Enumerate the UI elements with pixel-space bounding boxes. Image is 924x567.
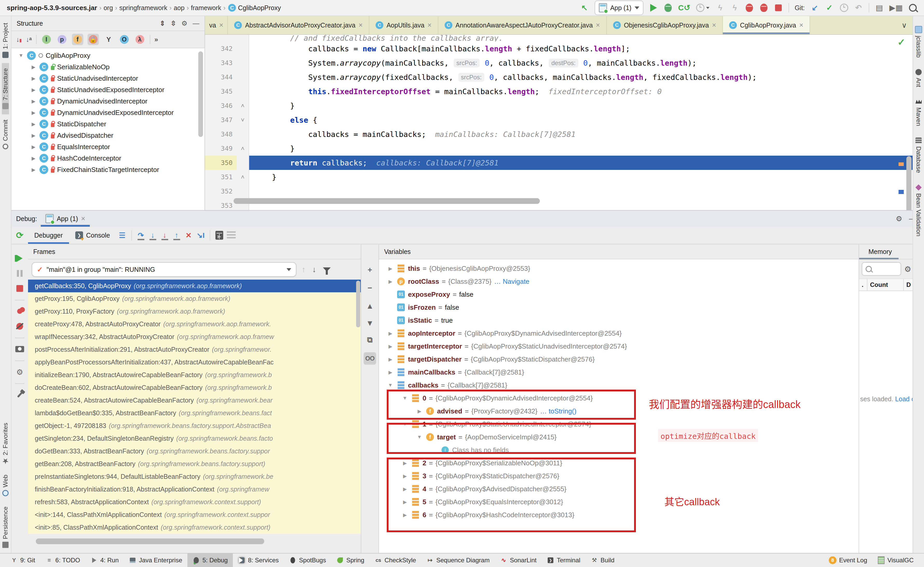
statusbar-item[interactable]: 9: Git — [5, 554, 40, 567]
tree-expand-arrow-icon[interactable] — [387, 344, 394, 350]
code-line[interactable]: 344 System.arraycopy(fixedCallbacks, src… — [205, 70, 913, 84]
tree-expand-arrow-icon[interactable] — [30, 121, 37, 127]
statusbar-item[interactable]: SonarLint — [495, 554, 542, 567]
code-line[interactable]: 342 callbacks = new Callback[mainCallbac… — [205, 42, 913, 56]
statusbar-item[interactable]: Spring — [331, 554, 370, 567]
trace-streams-icon[interactable] — [225, 229, 237, 241]
hidden-tabs-chevron-icon[interactable]: ∨ — [896, 16, 913, 34]
line-number[interactable]: 350 — [205, 156, 237, 170]
tab-console[interactable]: Console — [69, 227, 116, 244]
line-number[interactable]: 348 — [205, 127, 237, 141]
statusbar-item[interactable]: VisualGC — [872, 554, 919, 567]
stack-frame-row[interactable]: doCreateBean:602, AbstractAutowireCapabl… — [28, 381, 361, 394]
show-watches-glasses-icon[interactable]: OO — [364, 352, 376, 364]
show-fields-toggle[interactable]: f — [72, 34, 83, 45]
error-stripe-mark-orange[interactable] — [898, 162, 904, 166]
expand-all-icon[interactable]: ⇕ — [159, 20, 165, 27]
git-update-icon[interactable]: ↙ — [811, 3, 819, 13]
add-watch-icon[interactable]: + — [364, 264, 376, 276]
show-objects-toggle[interactable]: O — [119, 34, 130, 45]
line-number[interactable]: 347 — [205, 113, 237, 127]
stack-frame-row[interactable]: lambda$doGetBean$0:335, AbstractBeanFact… — [28, 407, 361, 419]
variable-row[interactable]: isFrozen = false — [379, 301, 859, 314]
breadcrumb-item[interactable]: framework — [186, 4, 221, 12]
attach-debugger-run-button[interactable] — [745, 3, 754, 13]
tool-stripe-button[interactable]: Bean Validation — [915, 179, 922, 242]
editor-tab[interactable]: CglibAopProxy.java — [723, 16, 810, 34]
code-line[interactable]: 347 ˅ else { — [205, 113, 913, 127]
sort-by-visibility-icon[interactable]: ↓▮ — [16, 36, 22, 44]
fold-marker[interactable]: ˅ — [237, 113, 249, 127]
stack-frame-row[interactable]: getBean:208, AbstractBeanFactory (org.sp… — [28, 458, 361, 470]
tool-stripe-button[interactable]: Database — [915, 132, 922, 179]
stack-frame-row[interactable]: createProxy:478, AbstractAutoProxyCreato… — [28, 318, 361, 330]
tree-expand-arrow-icon[interactable] — [387, 369, 394, 375]
tree-expand-arrow-icon[interactable] — [30, 132, 37, 138]
stack-frame-row[interactable]: wrapIfNecessary:342, AbstractAutoProxyCr… — [28, 330, 361, 343]
tree-expand-arrow-icon[interactable] — [30, 167, 37, 173]
fold-marker[interactable]: ˄ — [237, 170, 249, 184]
close-icon[interactable] — [596, 22, 600, 29]
tree-expand-arrow-icon[interactable] — [387, 266, 394, 272]
step-over-icon[interactable]: ↷ — [135, 229, 147, 241]
breadcrumb-item[interactable]: aop — [170, 4, 185, 12]
breadcrumb-class[interactable]: C CglibAopProxy — [223, 4, 281, 12]
stack-frame-row[interactable]: postProcessAfterInitialization:291, Abst… — [28, 343, 361, 356]
line-number[interactable]: 342 — [205, 42, 237, 56]
fold-marker[interactable] — [237, 184, 249, 198]
stack-frame-row[interactable]: <init>:85, ClassPathXmlApplicationContex… — [28, 521, 361, 534]
tool-stripe-button[interactable]: jclasslib — [915, 20, 922, 63]
stack-frame-row[interactable]: getSingleton:234, DefaultSingletonBeanRe… — [28, 432, 361, 445]
view-breakpoints-icon[interactable] — [15, 307, 25, 316]
memory-search-input[interactable] — [862, 262, 901, 276]
breadcrumb-item[interactable]: org — [99, 4, 113, 12]
force-step-into-icon[interactable]: ↓ — [159, 229, 171, 241]
close-icon[interactable] — [219, 22, 223, 29]
fold-marker[interactable]: ˄ — [237, 141, 249, 156]
rerun-icon[interactable]: ⟳ — [11, 230, 28, 240]
stack-frame-row[interactable]: createBean:524, AbstractAutowireCapableB… — [28, 394, 361, 407]
tree-expand-arrow-icon[interactable] — [30, 64, 37, 70]
project-structure-icon[interactable]: ▤ — [875, 3, 884, 13]
variable-row[interactable]: targetDispatcher = {CglibAopProxy$Static… — [379, 353, 859, 366]
frames-horizontal-scrollbar[interactable] — [36, 538, 264, 544]
tool-stripe-button[interactable]: Persistence — [2, 501, 9, 553]
more-options-icon[interactable]: » — [155, 36, 158, 44]
stack-frame-row[interactable]: doGetBean:333, AbstractBeanFactory (org.… — [28, 445, 361, 458]
breadcrumb-item[interactable]: springframework — [115, 4, 167, 12]
gear-icon[interactable]: ⚙ — [896, 214, 902, 223]
show-lambdas-toggle[interactable]: λ — [134, 34, 146, 45]
stack-frame-row[interactable]: <init>:144, ClassPathXmlApplicationConte… — [28, 508, 361, 521]
editor-horizontal-scrollbar[interactable] — [234, 198, 540, 204]
run-configuration-combo[interactable]: App (1) — [595, 0, 643, 15]
stop-button[interactable] — [774, 3, 783, 13]
editor-tab[interactable]: AnnotationAwareAspectJAutoProxyCreator.j… — [439, 16, 607, 34]
tree-expand-arrow-icon[interactable] — [30, 110, 37, 116]
structure-tree-item[interactable]: StaticUnadvisedInterceptor — [11, 73, 204, 84]
variable-row[interactable]: rootClass = {Class@2375} … Navigate — [379, 275, 859, 288]
inspection-ok-icon[interactable]: ✓ — [897, 37, 905, 48]
statusbar-item[interactable]: CheckStyle — [370, 554, 421, 567]
stack-frame-row[interactable]: initializeBean:1790, AbstractAutowireCap… — [28, 369, 361, 381]
structure-scrollbar[interactable] — [198, 51, 203, 137]
line-number[interactable]: 351 — [205, 170, 237, 184]
stack-frame-row[interactable]: preInstantiateSingletons:944, DefaultLis… — [28, 470, 361, 483]
tab-debugger[interactable]: Debugger — [28, 227, 69, 244]
statusbar-item[interactable]: Sequence Diagram — [421, 554, 495, 567]
layout-settings-icon[interactable]: ☰ — [116, 229, 128, 241]
editor-vertical-scrollbar[interactable] — [906, 156, 912, 211]
line-number[interactable]: 352 — [205, 184, 237, 198]
step-into-icon[interactable]: ↓ — [147, 229, 159, 241]
run-anything-window-icon[interactable]: ▶▦ — [889, 3, 903, 13]
code-line[interactable]: 352 — [205, 184, 913, 198]
gear-icon[interactable]: ⚙ — [182, 20, 188, 27]
statusbar-item[interactable]: 5: Debug — [188, 554, 233, 567]
line-number[interactable]: 344 — [205, 70, 237, 84]
stack-frame-row[interactable]: applyBeanPostProcessorsAfterInitializati… — [28, 356, 361, 369]
profiler-button[interactable] — [696, 3, 710, 13]
close-icon[interactable] — [427, 22, 432, 29]
tree-expand-arrow-icon[interactable] — [387, 382, 394, 388]
thread-combo[interactable]: ✓ "main"@1 in group "main": RUNNING — [32, 262, 296, 277]
remove-watch-icon[interactable]: − — [364, 282, 376, 294]
line-number[interactable]: 349 — [205, 141, 237, 156]
